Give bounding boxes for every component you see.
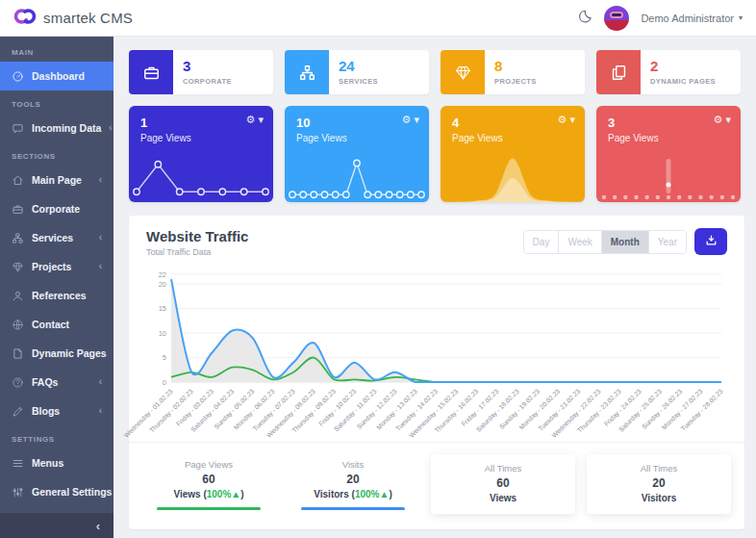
svg-text:20: 20	[159, 280, 166, 289]
app-header: smartek CMS Demo Administrator ▾	[0, 0, 756, 37]
chevron-icon: ‹	[99, 175, 102, 185]
sidebar-item-label: Main Page	[32, 174, 82, 186]
page-views-value: 4	[452, 115, 573, 130]
sidebar-collapse[interactable]: ‹	[0, 513, 113, 538]
briefcase-icon	[12, 203, 24, 216]
all-times-card: All Times60Views	[431, 454, 575, 514]
stat-value: 3	[183, 59, 232, 75]
sidebar-item-label: FAQs	[32, 376, 58, 388]
traffic-panel: Website Traffic Total Traffic Data DayWe…	[129, 216, 744, 529]
sidebar-item-contact[interactable]: Contact	[0, 310, 113, 339]
main-content: 3CORPORATE24SERVICES8PROJECTS2DYNAMIC PA…	[113, 37, 756, 538]
range-button-month[interactable]: Month	[601, 231, 648, 253]
all-times-card: All Times20Visitors	[587, 454, 731, 514]
page-views-label: Page Views	[452, 133, 573, 143]
user-menu[interactable]: Demo Administrator ▾	[641, 13, 743, 24]
svg-text:22: 22	[159, 270, 166, 279]
sidebar-item-webmaster[interactable]: Webmaster‹	[0, 506, 113, 513]
chevron-icon: ‹	[99, 377, 102, 387]
mini-chart	[441, 152, 585, 202]
summary-label: All Times	[437, 463, 569, 474]
svg-text:0: 0	[163, 378, 166, 387]
sidebar-item-label: Dashboard	[32, 70, 85, 82]
dark-mode-toggle[interactable]	[576, 9, 592, 28]
summary-sub-name: Visitors (	[314, 489, 355, 500]
summary-value: 20	[592, 476, 725, 490]
sidebar-item-general-settings[interactable]: General Settings	[0, 477, 113, 506]
mini-chart	[596, 152, 741, 202]
sitemap-icon	[285, 50, 329, 94]
sidebar-item-label: Contact	[32, 319, 69, 330]
brand: smartek CMS	[13, 6, 133, 31]
globe-icon	[12, 319, 24, 331]
panel-subtitle: Total Traffic Data	[146, 247, 248, 257]
page-views-label: Page Views	[608, 133, 729, 143]
sidebar-item-faqs[interactable]: FAQs‹	[0, 368, 113, 397]
brand-logo-icon	[13, 6, 37, 31]
briefcase-icon	[129, 50, 173, 94]
chevron-icon: ‹	[99, 233, 102, 243]
gear-icon[interactable]: ⚙ ▾	[402, 114, 419, 126]
stat-card-projects: 8PROJECTS	[441, 50, 585, 94]
sidebar-item-incoming-data[interactable]: Incoming Data‹	[0, 114, 113, 142]
range-button-day[interactable]: Day	[524, 231, 559, 253]
summary-value: 20	[287, 473, 419, 486]
sidebar-item-dynamic-pages[interactable]: Dynamic Pages	[0, 339, 113, 368]
gauge-icon	[12, 70, 24, 83]
stat-value: 2	[650, 59, 716, 75]
page-views-value: 10	[296, 115, 417, 130]
page-views-card: 4Page Views⚙ ▾	[441, 106, 585, 202]
user-icon	[12, 290, 24, 302]
download-button[interactable]	[694, 228, 727, 255]
pages-icon	[596, 50, 641, 94]
avatar[interactable]	[604, 6, 629, 31]
summary-label: Page Views	[142, 459, 275, 470]
question-icon	[12, 376, 24, 389]
sidebar-item-dashboard[interactable]: Dashboard	[0, 62, 113, 90]
message-icon	[12, 122, 24, 135]
summary-label: All Times	[592, 463, 725, 474]
gear-icon[interactable]: ⚙ ▾	[558, 114, 575, 126]
stat-card-corporate: 3CORPORATE	[129, 50, 273, 94]
gear-icon[interactable]: ⚙ ▾	[714, 114, 731, 126]
page-views-value: 1	[140, 115, 262, 130]
stat-cards-row: 3CORPORATE24SERVICES8PROJECTS2DYNAMIC PA…	[129, 50, 744, 94]
sidebar-item-label: Corporate	[32, 203, 80, 215]
sitemap-icon	[12, 232, 24, 244]
summary-progress-bar	[301, 507, 405, 510]
range-button-year[interactable]: Year	[648, 231, 686, 253]
pencil-icon	[12, 405, 24, 418]
stat-label: SERVICES	[339, 77, 378, 86]
user-name: Demo Administrator	[641, 13, 734, 24]
gear-icon[interactable]: ⚙ ▾	[246, 114, 264, 126]
sidebar-item-blogs[interactable]: Blogs‹	[0, 397, 113, 425]
summary-percent: 100%▲	[355, 489, 389, 500]
stat-label: DYNAMIC PAGES	[650, 77, 716, 86]
home-icon	[12, 174, 24, 187]
sidebar-section-label: MAIN	[0, 38, 113, 62]
avatar-visor	[610, 12, 623, 18]
summary-sub-name: Views (	[173, 489, 206, 500]
sidebar: MAINDashboardTOOLSIncoming Data‹SECTIONS…	[0, 37, 113, 538]
range-button-week[interactable]: Week	[558, 231, 600, 253]
sidebar-item-corporate[interactable]: Corporate	[0, 194, 113, 223]
sidebar-item-services[interactable]: Services‹	[0, 223, 113, 252]
sidebar-item-references[interactable]: References	[0, 281, 113, 310]
mini-chart	[285, 152, 429, 202]
summary-label: Visits	[287, 459, 419, 470]
summary-row: Page Views60Views (100%▲)Visits20Visitor…	[129, 442, 744, 529]
sidebar-section-label: SECTIONS	[0, 142, 113, 166]
summary-column: Page Views60Views (100%▲)	[142, 459, 275, 510]
sidebar-item-menus[interactable]: Menus	[0, 448, 113, 477]
stat-value: 8	[494, 59, 537, 75]
sidebar-item-projects[interactable]: Projects‹	[0, 252, 113, 281]
summary-subtext: Views	[437, 493, 569, 503]
page-views-value: 3	[608, 115, 729, 130]
sidebar-item-main-page[interactable]: Main Page‹	[0, 166, 113, 194]
sidebar-item-label: References	[32, 290, 87, 301]
range-button-group: DayWeekMonthYear	[523, 230, 687, 254]
summary-subtext: Views (100%▲)	[142, 489, 275, 500]
stat-label: CORPORATE	[183, 77, 232, 86]
summary-percent: 100%▲	[207, 489, 240, 500]
sidebar-item-label: General Settings	[32, 486, 112, 498]
